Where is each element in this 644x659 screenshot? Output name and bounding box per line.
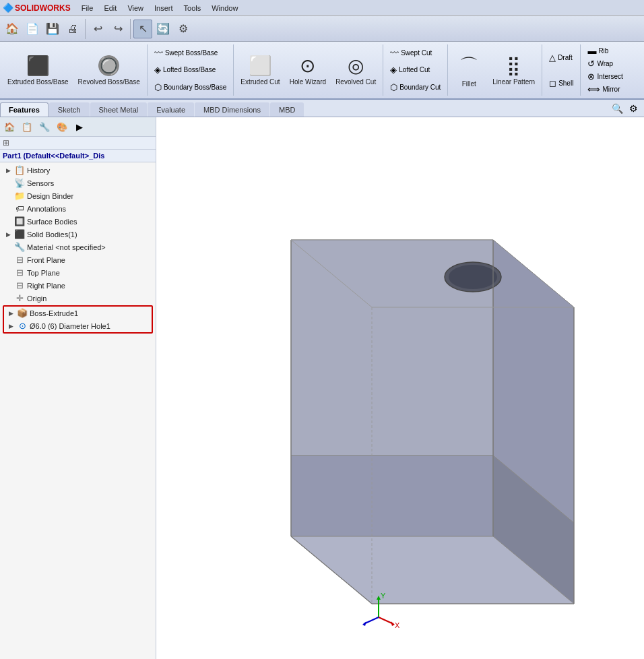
tree-design-binder[interactable]: 📁 Design Binder xyxy=(1,189,154,202)
tree-material[interactable]: 🔧 Material <not specified> xyxy=(1,241,154,253)
shell-btn[interactable]: ◻ Shell xyxy=(546,77,577,90)
settings-icon[interactable]: ⚙ xyxy=(174,20,193,38)
menu-insert[interactable]: Insert xyxy=(149,3,179,13)
menu-tools[interactable]: Tools xyxy=(179,3,207,13)
rotate-icon[interactable]: 🔄 xyxy=(154,20,172,38)
boss-extrude-icon: 📦 xyxy=(17,308,28,318)
front-plane-icon: ⊟ xyxy=(14,255,25,265)
tab-mbd-dimensions[interactable]: MBD Dimensions xyxy=(195,102,269,117)
tree-surface-bodies[interactable]: 🔲 Surface Bodies xyxy=(1,215,154,228)
svg-text:X: X xyxy=(395,621,400,629)
select-icon[interactable]: ↖ xyxy=(133,20,152,38)
menu-view[interactable]: View xyxy=(122,3,149,13)
property-manager-btn[interactable]: 📋 xyxy=(19,119,35,135)
swept-cut-icon: 〰 xyxy=(390,48,399,58)
tree-solid-bodies[interactable]: ▶ ⬛ Solid Bodies(1) xyxy=(1,228,154,241)
linear-pattern-icon: ⣿ xyxy=(507,55,521,77)
wrap-icon: ↺ xyxy=(587,59,595,69)
sensors-label: Sensors xyxy=(27,179,54,187)
front-plane-label: Front Plane xyxy=(27,256,65,264)
swept-cut-btn[interactable]: 〰 Swept Cut xyxy=(387,46,444,59)
menu-bar: 🔷 SOLIDWORKS File Edit View Insert Tools… xyxy=(0,0,644,16)
extruded-boss-btn[interactable]: ⬛ Extruded Boss/Base xyxy=(3,43,73,97)
search-toolbar-icon[interactable]: 🔍 xyxy=(609,100,625,117)
tree-sensors[interactable]: 📡 Sensors xyxy=(1,177,154,189)
tree-boss-extrude[interactable]: ▶ 📦 Boss-Extrude1 xyxy=(4,307,152,319)
main-layout: 🏠 📋 🔧 🎨 ▶ ⊞ Part1 (Default<<Default>_Dis… xyxy=(0,117,644,659)
history-expand[interactable]: ▶ xyxy=(4,166,12,175)
lofted-cut-btn[interactable]: ◈ Lofted Cut xyxy=(387,63,444,76)
ribbon: ⬛ Extruded Boss/Base 🔘 Revolved Boss/Bas… xyxy=(0,42,644,100)
hole-expand[interactable]: ▶ xyxy=(7,322,15,330)
wrap-btn[interactable]: ↺ Wrap xyxy=(584,57,626,70)
solid-bodies-icon: ⬛ xyxy=(14,229,25,239)
redo-icon[interactable]: ↪ xyxy=(108,20,127,38)
tab-evaluate[interactable]: Evaluate xyxy=(148,102,194,117)
lofted-boss-btn[interactable]: ◈ Lofted Boss/Base xyxy=(151,63,230,76)
lofted-boss-label: Lofted Boss/Base xyxy=(163,66,216,73)
undo-icon[interactable]: ↩ xyxy=(88,20,107,38)
config-manager-btn[interactable]: 🔧 xyxy=(36,119,53,135)
boundary-cut-label: Boundary Cut xyxy=(399,84,441,91)
revolved-cut-icon: ◎ xyxy=(348,55,364,77)
hole-icon: ⊙ xyxy=(17,321,28,331)
origin-icon: ✛ xyxy=(14,293,25,303)
svg-point-8 xyxy=(449,265,497,289)
hole-wizard-label: Hole Wizard xyxy=(290,78,326,86)
tree-history[interactable]: ▶ 📋 History xyxy=(1,164,154,177)
extruded-cut-btn[interactable]: ⬜ Extruded Cut xyxy=(236,43,284,97)
tree-hole[interactable]: ▶ ⊙ Ø6.0 (6) Diameter Hole1 xyxy=(4,319,152,332)
sensors-icon: 📡 xyxy=(14,178,25,188)
menu-window[interactable]: Window xyxy=(206,3,243,13)
expand-btn[interactable]: ▶ xyxy=(71,119,88,135)
appearance-btn[interactable]: 🎨 xyxy=(54,119,70,135)
hole-wizard-btn[interactable]: ⊙ Hole Wizard xyxy=(285,43,331,97)
tree-front-plane[interactable]: ⊟ Front Plane xyxy=(1,253,154,266)
app-name: SOLIDWORKS xyxy=(15,3,71,13)
save-icon[interactable]: 💾 xyxy=(43,20,62,38)
boundary-boss-btn[interactable]: ⬡ Boundary Boss/Base xyxy=(151,81,230,94)
intersect-btn[interactable]: ⊗ Intersect xyxy=(584,70,626,83)
tree-annotations[interactable]: 🏷 Annotations xyxy=(1,202,154,215)
feature-manager-btn[interactable]: 🏠 xyxy=(1,119,18,135)
sidebar-toolbar: 🏠 📋 🔧 🎨 ▶ xyxy=(0,117,156,137)
open-icon[interactable]: 📄 xyxy=(23,20,42,38)
fillet-btn[interactable]: ⌒ Fillet xyxy=(450,43,488,97)
lofted-cut-icon: ◈ xyxy=(390,65,397,75)
settings-toolbar-icon[interactable]: ⚙ xyxy=(625,100,641,117)
new-icon[interactable]: 🏠 xyxy=(3,20,22,38)
mirror-btn[interactable]: ⟺ Mirror xyxy=(584,83,626,96)
tab-features[interactable]: Features xyxy=(0,102,49,117)
revolved-boss-btn[interactable]: 🔘 Revolved Boss/Base xyxy=(73,43,145,97)
print-icon[interactable]: 🖨 xyxy=(63,20,82,38)
hole-label: Ø6.0 (6) Diameter Hole1 xyxy=(30,322,110,330)
swept-boss-icon: 〰 xyxy=(154,48,163,58)
swept-boss-btn[interactable]: 〰 Swept Boss/Base xyxy=(151,46,230,59)
ribbon-divider-2 xyxy=(233,44,234,96)
draft-btn[interactable]: △ Draft xyxy=(546,51,577,64)
tree-right-plane[interactable]: ⊟ Right Plane xyxy=(1,279,154,292)
tab-sketch[interactable]: Sketch xyxy=(49,102,90,117)
tab-mbd[interactable]: MBD xyxy=(270,102,304,117)
solid-bodies-expand[interactable]: ▶ xyxy=(4,230,12,239)
feature-tree: ▶ 📋 History 📡 Sensors 📁 Design Binder 🏷 … xyxy=(0,162,156,659)
surface-bodies-label: Surface Bodies xyxy=(27,218,77,226)
menu-edit[interactable]: Edit xyxy=(98,3,122,13)
tree-top-plane[interactable]: ⊟ Top Plane xyxy=(1,266,154,279)
boss-extrude-expand[interactable]: ▶ xyxy=(7,309,15,317)
intersect-icon: ⊗ xyxy=(587,71,595,82)
rib-icon: ▬ xyxy=(587,46,596,56)
annotations-label: Annotations xyxy=(27,205,66,213)
sensors-expand xyxy=(4,179,12,187)
history-icon: 📋 xyxy=(14,165,25,175)
lofted-boss-icon: ◈ xyxy=(154,65,161,75)
linear-pattern-btn[interactable]: ⣿ Linear Pattern xyxy=(488,43,540,97)
rib-btn[interactable]: ▬ Rib xyxy=(584,44,626,57)
menu-file[interactable]: File xyxy=(76,3,99,13)
tab-sheet-metal[interactable]: Sheet Metal xyxy=(90,102,148,117)
viewport[interactable]: Y X xyxy=(156,117,644,659)
revolved-cut-btn[interactable]: ◎ Revolved Cut xyxy=(331,43,381,97)
app-logo: 🔷 SOLIDWORKS xyxy=(3,3,71,13)
tree-origin[interactable]: ✛ Origin xyxy=(1,292,154,305)
boundary-cut-btn[interactable]: ⬡ Boundary Cut xyxy=(387,81,444,94)
